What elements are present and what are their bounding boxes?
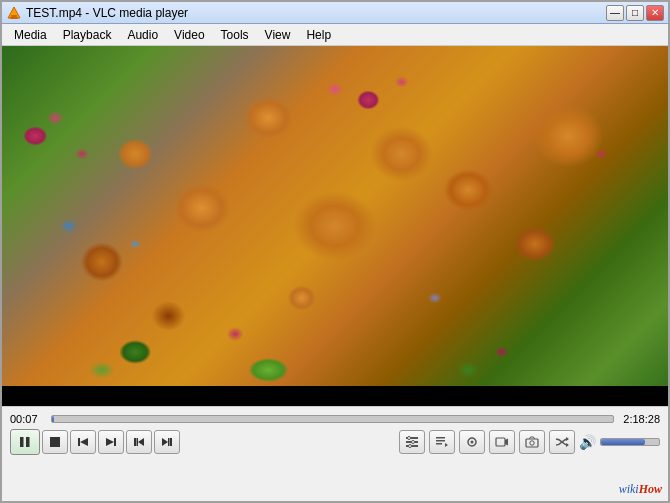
svg-rect-10 — [134, 438, 136, 446]
svg-rect-12 — [137, 438, 139, 446]
menu-audio[interactable]: Audio — [119, 24, 166, 45]
svg-marker-9 — [106, 438, 114, 446]
stop-icon — [48, 435, 62, 449]
svg-point-21 — [409, 445, 412, 448]
frame-back-icon — [132, 435, 146, 449]
maximize-button[interactable]: □ — [626, 5, 644, 21]
extended-settings-icon — [405, 435, 419, 449]
time-elapsed: 00:07 — [10, 413, 45, 425]
menu-tools[interactable]: Tools — [213, 24, 257, 45]
svg-rect-6 — [78, 438, 80, 446]
svg-rect-4 — [26, 437, 30, 447]
black-bar-bottom — [2, 386, 668, 406]
menu-help[interactable]: Help — [298, 24, 339, 45]
snapshot-button[interactable] — [519, 430, 545, 454]
volume-slider[interactable] — [600, 438, 660, 446]
effects-button[interactable] — [459, 430, 485, 454]
wikihow-how-text: How — [639, 482, 662, 496]
svg-point-27 — [471, 441, 474, 444]
title-bar: TEST.mp4 - VLC media player — □ ✕ — [2, 2, 668, 24]
frame-forward-icon — [160, 435, 174, 449]
svg-rect-23 — [436, 440, 445, 442]
svg-rect-8 — [114, 438, 116, 446]
stop-button[interactable] — [42, 430, 68, 454]
previous-icon — [76, 435, 90, 449]
playlist-button[interactable] — [429, 430, 455, 454]
next-icon — [104, 435, 118, 449]
svg-point-19 — [408, 437, 411, 440]
svg-rect-5 — [50, 437, 60, 447]
extended-settings-button[interactable] — [399, 430, 425, 454]
svg-marker-33 — [566, 443, 569, 447]
frame-back-button[interactable] — [126, 430, 152, 454]
transport-controls — [10, 429, 180, 455]
video-content — [2, 46, 668, 406]
shuffle-button[interactable] — [549, 430, 575, 454]
svg-rect-13 — [170, 438, 172, 446]
record-button[interactable] — [489, 430, 515, 454]
transport-right: 🔊 — [399, 430, 660, 454]
close-button[interactable]: ✕ — [646, 5, 664, 21]
menu-view[interactable]: View — [257, 24, 299, 45]
previous-button[interactable] — [70, 430, 96, 454]
pause-icon — [18, 435, 32, 449]
svg-rect-2 — [10, 17, 18, 19]
progress-fill — [52, 416, 54, 422]
menu-playback[interactable]: Playback — [55, 24, 120, 45]
svg-rect-28 — [496, 438, 505, 446]
svg-marker-32 — [566, 437, 569, 441]
menu-media[interactable]: Media — [6, 24, 55, 45]
next-button[interactable] — [98, 430, 124, 454]
volume-area: 🔊 — [579, 434, 660, 450]
svg-rect-30 — [526, 439, 538, 447]
video-area — [2, 46, 668, 406]
controls-area: 00:07 2:18:28 — [2, 406, 668, 503]
menu-bar: Media Playback Audio Video Tools View He… — [2, 24, 668, 46]
svg-rect-15 — [168, 438, 170, 446]
wikihow-watermark: wikiHow — [619, 482, 662, 497]
progress-bar-container: 00:07 2:18:28 — [10, 413, 660, 425]
frame-forward-button[interactable] — [154, 430, 180, 454]
svg-point-31 — [530, 441, 534, 445]
pause-button[interactable] — [10, 429, 40, 455]
playlist-icon — [435, 435, 449, 449]
video-overlay — [2, 46, 668, 406]
svg-rect-24 — [436, 443, 442, 445]
svg-marker-25 — [445, 443, 448, 447]
shuffle-icon — [555, 435, 569, 449]
svg-marker-14 — [162, 438, 168, 446]
svg-rect-1 — [11, 15, 17, 17]
effects-icon — [465, 435, 479, 449]
svg-rect-3 — [20, 437, 24, 447]
title-left: TEST.mp4 - VLC media player — [6, 5, 188, 21]
wikihow-wiki-text: wiki — [619, 482, 639, 496]
minimize-button[interactable]: — — [606, 5, 624, 21]
time-total: 2:18:28 — [620, 413, 660, 425]
snapshot-icon — [525, 435, 539, 449]
svg-marker-11 — [138, 438, 144, 446]
svg-rect-22 — [436, 437, 445, 439]
vlc-icon — [6, 5, 22, 21]
window-title: TEST.mp4 - VLC media player — [26, 6, 188, 20]
svg-marker-7 — [80, 438, 88, 446]
progress-bar[interactable] — [51, 415, 614, 423]
menu-video[interactable]: Video — [166, 24, 212, 45]
volume-fill — [601, 439, 645, 445]
transport-row: 🔊 — [10, 429, 660, 455]
svg-point-20 — [412, 441, 415, 444]
volume-icon[interactable]: 🔊 — [579, 434, 596, 450]
record-icon — [495, 435, 509, 449]
title-buttons: — □ ✕ — [606, 5, 664, 21]
